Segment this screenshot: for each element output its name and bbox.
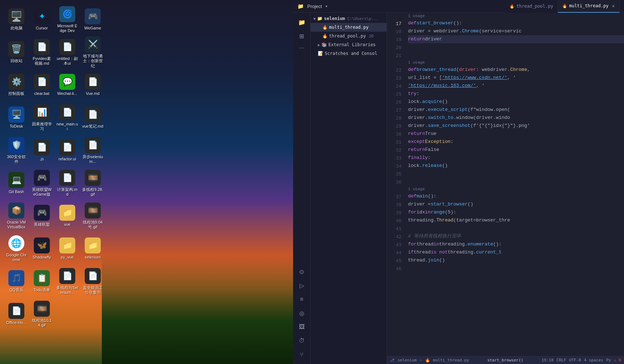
tab-thread-pool-label: thread_pool.py	[516, 4, 553, 9]
code-line-22: def browser_thread(driver: webdriver.Chr…	[408, 66, 624, 74]
desktop-icon-duoxian-gif[interactable]: 🎞️ 多线程9.28.gif	[80, 167, 105, 199]
code-line-27: driver.execute_script(f"window.open(	[408, 106, 624, 114]
tree-root-selenium[interactable]: ▼ 📁 selenium C:\Users\p...	[311, 14, 387, 23]
desktop-icon-clearbat[interactable]: 📄 clear.bat	[29, 69, 55, 101]
branch-name: selenium	[397, 358, 417, 363]
desktop-icon-lol-wegame[interactable]: 🎮 英雄联盟WeGame版	[29, 167, 55, 199]
py-file-icon: 🔥	[322, 25, 328, 30]
desktop-icon-recycle[interactable]: 🗑️ 回收站	[4, 36, 29, 68]
sidebar-btn-layers[interactable]: ≡	[295, 293, 308, 306]
desktop-icon-py-vue[interactable]: 📁 py_vue	[55, 233, 80, 265]
code-line-35	[408, 170, 624, 178]
desktop-icon-chrome[interactable]: 🌐 Google Chrome	[4, 233, 29, 265]
desktop-icon-js[interactable]: 📄 .js	[29, 135, 55, 167]
tree-item-label: selenium	[324, 16, 345, 21]
desktop-icon-jiagou[interactable]: 📄 计算架构.md	[55, 167, 80, 199]
desktop-icon-label: 计算架构.md	[56, 187, 78, 197]
desktop-icon-vue-notes[interactable]: 📄 vue笔记.md	[80, 102, 105, 134]
desktop-icon-vue-folder[interactable]: 📁 vue	[55, 200, 80, 232]
sidebar-btn-explorer[interactable]: 📁	[295, 16, 308, 29]
desktop-icon-label: QQ音乐	[9, 288, 23, 292]
tab-thread-pool[interactable]: 🔥 thread_pool.py	[505, 0, 558, 13]
code-line-46	[408, 264, 624, 272]
desktop-icon-yibu[interactable]: 📄 异步selenium...	[80, 135, 105, 167]
code-line-28: driver.switch_to.window(driver.windo	[408, 114, 624, 122]
chevron-down-icon: ▼	[313, 17, 316, 21]
project-chevron: ▾	[325, 4, 328, 9]
code-line-34: lock.release()	[408, 162, 624, 170]
project-label[interactable]: Project	[307, 4, 322, 9]
desktop-icon-quanneng[interactable]: 📄 盖全能员工引导量币	[80, 265, 105, 297]
desktop-icon-xianchi-1014[interactable]: 🎞️ 线程池10.14.gif	[29, 298, 55, 330]
encoding[interactable]: UTF-8	[569, 358, 581, 363]
tab-multi-thread[interactable]: 🔥 multi_thread.py ✕	[558, 0, 620, 13]
desktop-icon-xianchi-gif[interactable]: 🎞️ 线程池9.04号.gif	[80, 200, 105, 232]
desktop-icon-label: ToDesk	[10, 124, 23, 129]
desktop-icon-selenium-folder[interactable]: 📁 selenium	[80, 233, 105, 265]
desktop-icon-label: Oracle VM VirtualBox	[5, 220, 27, 229]
sidebar-btn-run[interactable]: ⊙	[295, 265, 308, 278]
desktop-icon-label: py_vue	[61, 255, 73, 260]
tree-item-external-libs[interactable]: ▶ 📚 External Libraries	[311, 40, 387, 49]
sidebar-more-icon[interactable]: ···	[298, 43, 305, 53]
desktop: 🖥️ 此电脑 ✦ Cursor 🌀 Microsoft Edge Dev 🎮 W…	[0, 0, 624, 364]
desktop-icon-360[interactable]: 🛡️ 360安全软件	[4, 135, 29, 167]
desktop-icons-grid: 🖥️ 此电脑 ✦ Cursor 🌀 Microsoft Edge Dev 🎮 W…	[0, 0, 113, 364]
scratches-icon: 📝	[318, 51, 323, 56]
desktop-icon-untitled[interactable]: 📄 untitled：副本ui	[55, 36, 80, 68]
desktop-icon-wegame[interactable]: 🎮 WeGame	[80, 4, 105, 36]
desktop-icon-office[interactable]: 📄 Office-Ho...	[4, 298, 29, 330]
code-line-29: driver.save_screenshot(f'{"{"}idx{"}"}.p…	[408, 122, 624, 130]
tab-multi-thread-label: multi_thread.py	[569, 3, 608, 8]
code-line-17: def start_browser():	[408, 19, 624, 27]
sidebar-btn-problems[interactable]: ⏱	[295, 334, 308, 347]
folder-icon: 📁	[297, 3, 304, 9]
desktop-icon-cursor[interactable]: ✦ Cursor	[29, 4, 55, 36]
sidebar-btn-play[interactable]: ▷	[295, 279, 308, 292]
desktop-icon-refactor[interactable]: 📄 refactor.ui	[55, 135, 80, 167]
desktop-icon-edge[interactable]: 🌀 Microsoft Edge Dev	[55, 4, 80, 36]
error-count: ⚠ 0	[614, 358, 621, 363]
desktop-icon-label: Wechat-li...	[57, 91, 77, 96]
desktop-icon-oracle[interactable]: 📦 Oracle VM VirtualBox	[4, 200, 29, 232]
desktop-icon-label: 英雄联盟WeGame版	[31, 187, 53, 197]
desktop-icon-label: Google Chrome	[5, 253, 27, 262]
desktop-icon-label: vue	[64, 222, 71, 227]
desktop-icon-gitbash[interactable]: 💻 Git Bash	[4, 167, 29, 199]
language[interactable]: Py	[606, 358, 611, 363]
sidebar-btn-record[interactable]: ◎	[295, 307, 308, 320]
sidebar-btn-ui[interactable]: 🖼	[295, 320, 308, 333]
spaces[interactable]: 4 spaces	[584, 358, 603, 363]
code-line-18: driver = webdriver.Chrome(service=servic	[408, 27, 624, 35]
code-line-19: return driver	[408, 35, 624, 43]
tree-item-scratches[interactable]: 📝 Scratches and Consol	[311, 49, 387, 58]
desktop-icon-control[interactable]: ⚙️ 控制面板	[4, 69, 29, 101]
desktop-icon-label: new_main.ui	[56, 122, 78, 131]
desktop-icon-label: 盖全能员工引导量币	[82, 285, 104, 295]
desktop-icon-dizhi[interactable]: ⚔️ 地下城与勇士：创新世纪	[80, 36, 105, 68]
desktop-icon-todesk[interactable]: 🖥️ ToDesk	[4, 102, 29, 134]
desktop-icon-shadowfly[interactable]: 🦋 Shadowfly	[29, 233, 55, 265]
code-line-24: 'https://music.163.com/', '	[408, 82, 624, 90]
desktop-icon-vue-md[interactable]: 📄 Vue.md	[80, 69, 105, 101]
desktop-icon-lol[interactable]: 🎮 英雄联盟	[29, 200, 55, 232]
code-line-23: url_list = ['https://www.csdn.net/', '	[408, 74, 624, 82]
code-content[interactable]: 1 usage def start_browser(): driver = we…	[405, 13, 624, 356]
desktop-icon-label: untitled：副本ui	[56, 56, 78, 66]
desktop-icon-todo[interactable]: 📋 Todo清单	[29, 265, 55, 297]
desktop-icon-label: Cursor	[36, 26, 48, 31]
line-ending[interactable]: CRLF	[556, 358, 566, 363]
desktop-icon-wechat[interactable]: 💬 Wechat-li...	[55, 69, 80, 101]
desktop-icon-label: Microsoft Edge Dev	[56, 24, 78, 33]
desktop-icon-siwei[interactable]: 📊 因果推理学习	[29, 102, 55, 134]
desktop-icon-new-main[interactable]: 📄 new_main.ui	[55, 102, 80, 134]
desktop-icon-qqmusic[interactable]: 🎵 QQ音乐	[4, 265, 29, 297]
desktop-icon-pyvideo[interactable]: 📄 Pyvideo素视频.md	[29, 36, 55, 68]
sidebar-btn-structure[interactable]: ⊞	[295, 29, 308, 43]
close-icon[interactable]: ✕	[612, 3, 615, 9]
desktop-icon-duoxian-selenium[interactable]: 📄 多线程与Selenium...	[55, 265, 80, 297]
tree-item-thread-pool[interactable]: 🔥 thread_pool.py 20	[311, 32, 387, 40]
sidebar-btn-vcs[interactable]: ⑂	[295, 348, 308, 361]
desktop-icon-computer[interactable]: 🖥️ 此电脑	[4, 4, 29, 36]
tree-item-multi-thread[interactable]: 🔥 multi_thread.py	[311, 23, 387, 32]
